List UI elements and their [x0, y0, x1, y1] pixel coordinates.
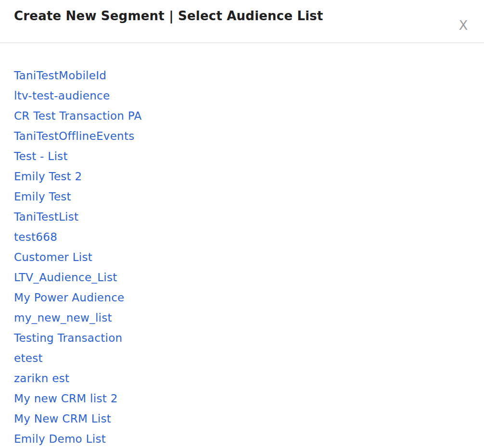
- audience-list-item[interactable]: TaniTestList: [14, 207, 78, 227]
- audience-list-item[interactable]: Test - List: [14, 146, 68, 166]
- select-audience-modal: Create New Segment | Select Audience Lis…: [0, 0, 484, 448]
- audience-list-item[interactable]: zarikn est: [14, 368, 69, 388]
- audience-list-item[interactable]: My New CRM List: [14, 409, 111, 429]
- audience-list-item[interactable]: My new CRM list 2: [14, 388, 118, 409]
- audience-list-item[interactable]: ltv-test-audience: [14, 86, 110, 106]
- audience-list-item[interactable]: test668: [14, 227, 57, 247]
- audience-list-item[interactable]: CR Test Transaction PA: [14, 106, 142, 126]
- modal-title: Create New Segment | Select Audience Lis…: [14, 8, 323, 24]
- audience-list-item[interactable]: TaniTestOfflineEvents: [14, 126, 135, 146]
- audience-list-item[interactable]: Customer List: [14, 247, 92, 267]
- audience-list-item[interactable]: my_new_new_list: [14, 308, 112, 328]
- audience-list-item[interactable]: Emily Test: [14, 187, 71, 207]
- close-button[interactable]: X: [454, 16, 472, 34]
- modal-header: Create New Segment | Select Audience Lis…: [0, 0, 484, 43]
- audience-list-item[interactable]: TaniTestMobileId: [14, 65, 106, 86]
- audience-list-item[interactable]: My Power Audience: [14, 287, 125, 308]
- audience-list-item[interactable]: LTV_Audience_List: [14, 267, 117, 287]
- audience-list-item[interactable]: Emily Demo List: [14, 429, 106, 448]
- audience-list-item[interactable]: etest: [14, 348, 43, 368]
- close-icon: X: [459, 19, 468, 32]
- audience-list-item[interactable]: Testing Transaction: [14, 328, 122, 348]
- audience-list-item[interactable]: Emily Test 2: [14, 166, 82, 187]
- audience-list: TaniTestMobileIdltv-test-audienceCR Test…: [0, 43, 484, 448]
